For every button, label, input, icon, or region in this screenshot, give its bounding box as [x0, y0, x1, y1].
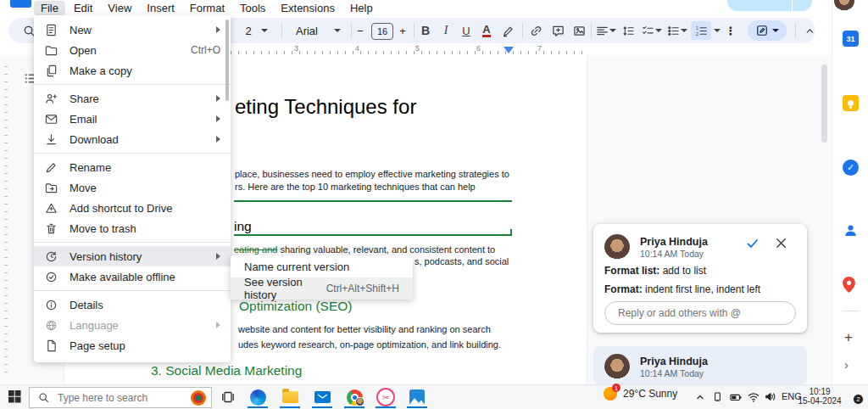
line-spacing-icon[interactable] [619, 18, 637, 43]
close-icon[interactable] [775, 237, 787, 253]
underline-button[interactable]: U [458, 18, 475, 43]
text-color-button[interactable]: A [478, 18, 495, 43]
keep-icon[interactable] [843, 95, 859, 111]
submenu-item-name-current-version[interactable]: Name current version [231, 255, 413, 277]
tray-clock[interactable]: 10:19 15-04-2024 [795, 387, 844, 406]
document-scrollbar[interactable] [821, 64, 827, 143]
file-menu-item-make-available-offline[interactable]: Make available offline [34, 266, 231, 287]
bold-button[interactable]: B [417, 18, 434, 43]
file-menu-item-add-shortcut-to-drive[interactable]: Add shortcut to Drive [34, 198, 231, 218]
share-button[interactable] [727, 0, 812, 11]
copy-icon [44, 64, 58, 77]
file-menu-item-version-history[interactable]: Version history [34, 246, 231, 266]
contacts-icon[interactable] [843, 222, 859, 238]
taskbar-weather[interactable]: 1 29°C Sunny [604, 387, 677, 401]
menu-edit[interactable]: Edit [67, 1, 99, 15]
menu-extensions[interactable]: Extensions [274, 1, 342, 15]
reply-input[interactable] [604, 301, 796, 325]
insert-image-icon[interactable] [569, 18, 589, 43]
resolve-check-icon[interactable] [746, 237, 760, 254]
indent-marker[interactable] [504, 47, 514, 53]
font-size-input[interactable]: 16 [371, 23, 393, 40]
tray-volume-icon[interactable] [765, 390, 776, 406]
tray-battery-icon[interactable] [730, 390, 742, 406]
share-button-divider [792, 0, 793, 11]
editing-mode-button[interactable] [748, 20, 787, 41]
move-folder-icon [44, 181, 58, 194]
collapse-panel-chevron-icon[interactable]: › [844, 357, 849, 372]
weather-alert-badge: 1 [612, 384, 620, 392]
collapse-toolbar-icon[interactable] [800, 18, 819, 43]
start-button[interactable] [8, 390, 21, 403]
menu-file[interactable]: File [34, 1, 65, 15]
submenu-arrow-icon [216, 95, 220, 102]
mail-icon[interactable] [313, 388, 331, 406]
insert-link-icon[interactable] [526, 18, 546, 43]
file-menu-scrollbar[interactable] [225, 20, 229, 101]
file-menu-item-download[interactable]: Download [34, 129, 231, 149]
font-name-value[interactable]: Arial [292, 18, 322, 43]
paragraph-style-dropdown-icon[interactable] [259, 18, 270, 43]
menu-help[interactable]: Help [343, 1, 380, 15]
checklist-dropdown-icon[interactable] [654, 18, 664, 43]
numbered-list-icon[interactable]: 12 [691, 21, 711, 40]
numbered-list-dropdown-icon[interactable] [712, 18, 722, 43]
reply-input-field[interactable] [616, 306, 789, 320]
comment-card[interactable]: Priya Hinduja 10:14 AM Today Format list… [593, 224, 807, 333]
photos-icon[interactable] [408, 388, 426, 406]
tray-chevron-up-icon[interactable] [695, 390, 705, 406]
file-menu-item-open[interactable]: Open Ctrl+O [34, 40, 231, 60]
task-view-icon[interactable] [219, 388, 237, 406]
file-menu-item-make-a-copy[interactable]: Make a copy [34, 60, 231, 81]
file-menu-item-move-to-trash[interactable]: Move to trash [34, 218, 231, 238]
doc-suggested-edit-line: eating and sharing valuable, relevant, a… [234, 244, 495, 255]
weather-sun-icon: 1 [604, 387, 617, 401]
file-menu-item-language[interactable]: Language [34, 315, 231, 335]
font-dropdown-icon[interactable] [332, 18, 342, 43]
svg-text:2: 2 [695, 31, 698, 36]
file-menu-item-page-setup[interactable]: Page setup [34, 335, 231, 356]
highlight-color-icon[interactable] [498, 18, 517, 43]
tray-device-icon[interactable] [712, 390, 723, 406]
edge-icon[interactable] [248, 388, 267, 406]
snipping-tool-icon[interactable]: ✂ [376, 388, 395, 406]
menu-tools[interactable]: Tools [233, 1, 272, 15]
file-menu-item-email[interactable]: Email [34, 109, 231, 129]
decrease-font-button[interactable]: − [354, 18, 366, 43]
notification-count-badge: 2 [853, 394, 864, 405]
new-document-icon [44, 23, 58, 36]
chrome-icon[interactable] [345, 388, 364, 406]
increase-font-button[interactable]: + [397, 18, 409, 43]
calendar-icon[interactable]: 31 [843, 31, 859, 47]
tray-wifi-icon[interactable] [748, 390, 760, 406]
menu-insert[interactable]: Insert [140, 1, 181, 15]
align-dropdown-icon[interactable] [608, 18, 618, 43]
tray-time: 10:19 [795, 387, 844, 396]
menu-format[interactable]: Format [183, 1, 231, 15]
tasks-icon[interactable]: ✓ [843, 160, 859, 176]
menu-view[interactable]: View [101, 1, 138, 15]
google-docs-screen: File Edit View Insert Format Tools Exten… [0, 0, 868, 409]
file-menu: New Open Ctrl+O Make a copy Share Email … [34, 15, 231, 362]
deleted-text: eating and [234, 244, 277, 255]
file-menu-item-rename[interactable]: Rename [34, 157, 231, 177]
taskbar-search-box[interactable] [29, 387, 212, 408]
bulleted-list-dropdown-icon[interactable] [679, 18, 689, 43]
add-comment-icon[interactable] [548, 18, 568, 43]
more-options-icon[interactable]: ⋮ [726, 18, 736, 43]
submenu-item-see-version-history[interactable]: See version history Ctrl+Alt+Shift+H [231, 277, 413, 300]
doc-paragraph-line: website and content for better visibilit… [238, 324, 491, 334]
taskbar-search-input[interactable] [56, 391, 191, 405]
file-menu-item-move[interactable]: Move [34, 177, 231, 198]
maps-icon[interactable] [843, 277, 859, 293]
file-menu-item-details[interactable]: Details [34, 294, 231, 315]
file-explorer-icon[interactable] [281, 388, 299, 406]
submenu-arrow-icon [216, 136, 220, 143]
file-menu-item-share[interactable]: Share [34, 88, 231, 109]
file-menu-item-new[interactable]: New [34, 20, 231, 40]
add-addon-icon[interactable]: + [844, 329, 853, 346]
folder-icon [44, 43, 58, 57]
comment-card[interactable]: Priya Hinduja 10:14 AM Today [593, 346, 807, 384]
italic-button[interactable]: I [437, 18, 454, 43]
paragraph-style-value[interactable]: 2 [242, 18, 254, 43]
